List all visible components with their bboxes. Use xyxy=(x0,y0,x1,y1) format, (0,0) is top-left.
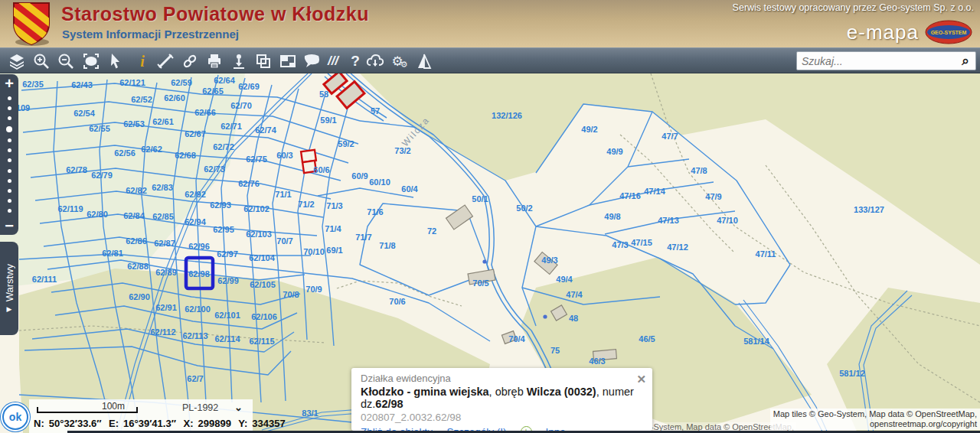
parcel-label[interactable]: 62/75 xyxy=(246,155,267,164)
search-icon[interactable]: ⌕ xyxy=(956,54,975,69)
parcel-label[interactable]: 62/73 xyxy=(204,164,225,174)
parcel-label[interactable]: 62/95 xyxy=(213,225,234,234)
parcel-label[interactable]: 47/9 xyxy=(705,192,721,201)
parcel-label[interactable]: 62/85 xyxy=(152,212,174,221)
parcel-label[interactable]: 60/3 xyxy=(276,151,292,160)
parcel-label[interactable]: 75 xyxy=(550,346,560,355)
parcel-label[interactable]: 71/7 xyxy=(355,233,371,242)
parcel-label[interactable]: 62/99 xyxy=(217,276,239,285)
north-arrow-icon[interactable] xyxy=(413,50,435,72)
chevron-down-icon[interactable]: ⌄ xyxy=(234,402,243,413)
parcel-label[interactable]: 62/68 xyxy=(175,151,196,160)
parcel-label[interactable]: 50/2 xyxy=(516,203,532,213)
parcel-label[interactable]: 47/7 xyxy=(662,132,678,141)
parcel-label[interactable]: 71/6 xyxy=(367,207,383,216)
link-icon[interactable] xyxy=(179,50,201,72)
parcel-label[interactable]: 62/81 xyxy=(102,249,123,258)
measure-icon[interactable] xyxy=(155,50,176,72)
split-layout-icon[interactable] xyxy=(277,50,299,72)
parcel-label[interactable]: 62/79 xyxy=(91,171,113,180)
parcel-label[interactable]: 62/76 xyxy=(238,179,260,188)
parcel-label[interactable]: 48 xyxy=(569,314,578,323)
parcel-label[interactable]: 581/14 xyxy=(743,337,769,346)
parcel-label[interactable]: 71/4 xyxy=(325,224,341,233)
parcel-label[interactable]: 62/114 xyxy=(214,334,240,343)
parcel-label[interactable]: 46/3 xyxy=(589,356,605,366)
parcel-label[interactable]: 47/16 xyxy=(619,191,641,200)
copy-frames-icon[interactable] xyxy=(253,50,274,72)
close-icon[interactable]: ✕ xyxy=(636,373,646,386)
parcel-label[interactable]: 60/9 xyxy=(351,171,368,181)
ok-button[interactable]: ok xyxy=(2,404,28,430)
parcel-label[interactable]: 70/7 xyxy=(276,236,292,246)
zoom-level-dot[interactable] xyxy=(6,126,12,132)
parcel-label[interactable]: 62/66 xyxy=(194,108,216,117)
marker-download-icon[interactable] xyxy=(228,50,250,72)
parcel-label[interactable]: 133/127 xyxy=(854,205,884,214)
parcel-label[interactable]: 47/4 xyxy=(566,290,582,299)
zoom-level-dot[interactable] xyxy=(8,106,11,110)
parcel-label[interactable]: 62/70 xyxy=(230,101,252,110)
slope-lines-icon[interactable]: /// xyxy=(322,50,344,72)
info-icon[interactable]: i xyxy=(132,50,153,72)
parcel-label[interactable]: 47/14 xyxy=(644,187,665,196)
parcel-label[interactable]: 47/15 xyxy=(631,238,652,247)
parcel-label[interactable]: 62/90 xyxy=(129,292,150,301)
parcel-label[interactable]: 62/72 xyxy=(213,142,234,151)
parcel-label[interactable]: 62/62 xyxy=(141,145,162,154)
layers-icon[interactable] xyxy=(6,50,28,72)
parcel-label[interactable]: 47/3 xyxy=(612,240,628,249)
search-input[interactable] xyxy=(797,55,956,67)
parcel-label[interactable]: 62/53 xyxy=(123,119,145,129)
parcel-label[interactable]: 62/88 xyxy=(127,262,149,271)
parcel-label[interactable]: 50/1 xyxy=(472,194,488,203)
parcel-label[interactable]: 62/115 xyxy=(249,337,274,346)
parcel-label[interactable]: 62/61 xyxy=(152,117,174,126)
parcel-label[interactable]: 62/82 xyxy=(126,186,147,195)
parcel-label[interactable]: 60/4 xyxy=(401,184,417,194)
parcel-label[interactable]: 62/65 xyxy=(202,86,224,96)
parcel-label[interactable]: 62/93 xyxy=(210,200,231,210)
zoom-level-dot[interactable] xyxy=(8,138,11,142)
parcel-label[interactable]: 70/6 xyxy=(389,297,405,306)
parcel-label[interactable]: 62/54 xyxy=(74,109,95,118)
attribution-link[interactable]: openstreetmap.org/copyright xyxy=(773,419,977,429)
parcel-label[interactable]: 62/103 xyxy=(246,230,272,239)
zoom-level-dot[interactable] xyxy=(8,96,11,100)
parcel-label[interactable]: 62/119 xyxy=(57,204,83,213)
parcel-label[interactable]: 62/43 xyxy=(71,80,93,90)
parcel-label[interactable]: 62/7 xyxy=(187,374,203,383)
parcel-label[interactable]: 62/64 xyxy=(214,76,235,85)
parcel-label[interactable]: 62/121 xyxy=(119,78,145,87)
parcel-label[interactable]: 62/112 xyxy=(150,327,175,337)
parcel-label[interactable]: 71/2 xyxy=(298,200,314,209)
parcel-label[interactable]: 58 xyxy=(319,90,328,99)
parcel-label[interactable]: 62/83 xyxy=(152,183,173,192)
parcel-label[interactable]: 62/89 xyxy=(155,268,177,277)
parcel-label[interactable]: 62/100 xyxy=(185,304,211,314)
parcel-label[interactable]: 62/71 xyxy=(220,122,242,131)
settings-icon[interactable]: ⚙⚙ xyxy=(389,50,410,72)
zoom-level-dot[interactable] xyxy=(8,179,11,183)
parcel-label[interactable]: 62/92 xyxy=(185,190,206,199)
zoom-level-dot[interactable] xyxy=(8,199,11,203)
parcel-label[interactable]: 47/13 xyxy=(658,216,679,225)
parcel-label[interactable]: 62/55 xyxy=(89,124,110,133)
parcel-label[interactable]: 60/10 xyxy=(369,177,390,187)
parcel-label[interactable]: 62/67 xyxy=(185,129,206,138)
parcel-label[interactable]: 62/87 xyxy=(154,239,175,248)
parcel-label[interactable]: 62/94 xyxy=(185,217,206,226)
zoom-out-icon[interactable] xyxy=(55,50,77,72)
parcel-label[interactable]: 47/8 xyxy=(691,166,707,175)
cloud-download-icon[interactable] xyxy=(364,50,386,72)
crs-selector[interactable]: PL-1992 xyxy=(182,402,218,413)
parcel-label[interactable]: 70/9 xyxy=(305,285,322,294)
parcel-label[interactable]: 49/2 xyxy=(581,125,597,134)
parcel-label[interactable]: 62/59 xyxy=(171,78,192,87)
parcel-label[interactable]: 70/8 xyxy=(283,290,299,299)
parcel-label[interactable]: 49/4 xyxy=(556,275,572,284)
parcel-label[interactable]: 70/10 xyxy=(303,247,325,256)
parcel-label[interactable]: 83/1 xyxy=(302,409,318,418)
zoom-level-dot[interactable] xyxy=(8,116,11,120)
parcel-label[interactable]: 62/69 xyxy=(238,82,260,91)
